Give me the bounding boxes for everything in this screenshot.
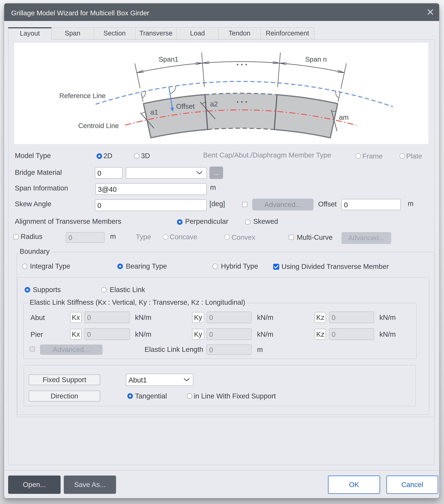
svg-text:a1: a1	[150, 108, 158, 116]
svg-text:Span1: Span1	[159, 55, 178, 63]
svg-text:Offset: Offset	[176, 102, 195, 110]
svg-text:am: am	[339, 113, 349, 121]
svg-text:a2: a2	[210, 100, 218, 108]
svg-text:Span n: Span n	[305, 55, 327, 63]
svg-text:Reference Line: Reference Line	[59, 92, 106, 100]
svg-text:Centroid Line: Centroid Line	[78, 122, 119, 129]
